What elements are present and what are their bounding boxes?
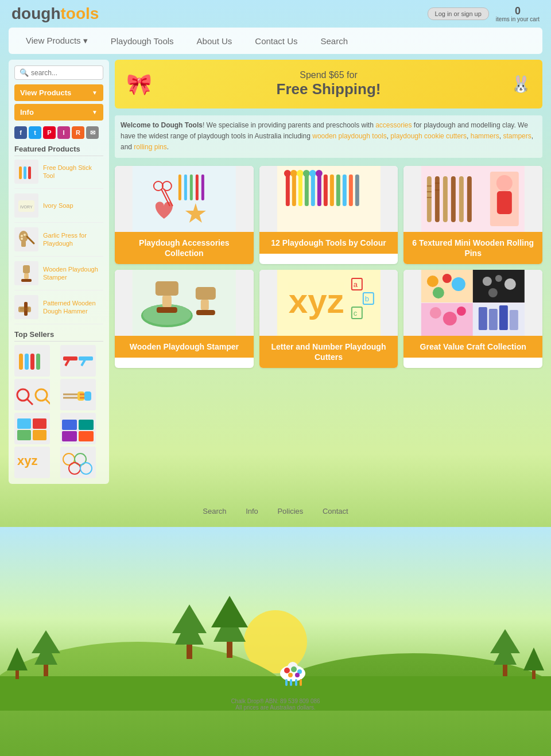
svg-point-114: [443, 274, 452, 283]
svg-point-158: [284, 668, 290, 673]
svg-rect-2: [28, 166, 31, 179]
featured-thumb-garlic-press: [14, 227, 38, 251]
svg-rect-94: [133, 270, 236, 336]
svg-rect-65: [311, 175, 315, 206]
product-card[interactable]: Playdough Accessories Collection: [115, 166, 254, 264]
svg-rect-57: [196, 175, 199, 200]
featured-thumb-patterned-hammer: [14, 295, 38, 319]
footer-contact-link[interactable]: Contact: [323, 507, 348, 515]
nav-search[interactable]: Search: [309, 28, 360, 54]
svg-rect-43: [79, 431, 94, 441]
product-image-accessories: [115, 166, 254, 232]
top-seller-item[interactable]: [60, 413, 96, 444]
footer-nav: Search Info Policies Contact: [0, 495, 551, 527]
top-seller-item[interactable]: [14, 345, 50, 377]
top-seller-item[interactable]: [60, 345, 96, 377]
featured-item[interactable]: Wooden Playdough Stamper: [14, 261, 103, 290]
product-card[interactable]: Great Value Craft Collection: [403, 270, 542, 368]
svg-text:b: b: [364, 294, 368, 303]
logo[interactable]: doughtools: [11, 5, 99, 23]
svg-point-123: [430, 307, 441, 319]
svg-rect-37: [17, 430, 31, 440]
hammers-link[interactable]: hammers: [471, 132, 499, 140]
svg-rect-6: [21, 241, 26, 247]
top-seller-item[interactable]: [60, 447, 96, 478]
featured-thumb-free-dough: [14, 160, 38, 184]
main-nav: View Products ▾ Playdough Tools About Us…: [9, 28, 542, 54]
twitter-icon[interactable]: t: [29, 126, 41, 139]
sidebar-view-products-btn[interactable]: View Products ▼: [14, 84, 103, 101]
wooden-tools-link[interactable]: wooden playdough tools: [312, 132, 386, 140]
svg-rect-155: [290, 679, 292, 686]
pinterest-icon[interactable]: P: [43, 126, 56, 139]
content-area: 🎀 Spend $65 for Free Shipping! 🐰 Welcome…: [115, 60, 542, 484]
stampers-link[interactable]: stampers: [503, 132, 531, 140]
nav-playdough-tools[interactable]: Playdough Tools: [99, 28, 185, 54]
email-icon[interactable]: ✉: [86, 126, 99, 139]
svg-rect-98: [162, 296, 172, 307]
footer-policies-link[interactable]: Policies: [277, 507, 303, 515]
product-card[interactable]: Wooden Playdough Stamper: [115, 270, 254, 368]
svg-point-81: [496, 175, 513, 191]
top-seller-item[interactable]: [14, 413, 50, 444]
svg-rect-56: [190, 175, 193, 200]
cart-area[interactable]: 0 items in your cart: [496, 6, 540, 22]
svg-rect-62: [292, 175, 296, 206]
nav-contact-us[interactable]: Contact Us: [243, 28, 309, 54]
cookie-cutters-link[interactable]: playdough cookie cutters: [390, 132, 467, 140]
login-button[interactable]: Log in or sign up: [428, 7, 489, 20]
nav-view-products[interactable]: View Products ▾: [14, 28, 99, 54]
featured-item[interactable]: Garlic Press for Playdough: [14, 227, 103, 257]
featured-item[interactable]: Free Dough Stick Tool: [14, 160, 103, 189]
product-card[interactable]: xyz a b c Letter and Number Playdough Cu…: [259, 270, 398, 368]
svg-point-9: [24, 234, 26, 236]
svg-rect-1: [24, 166, 26, 179]
featured-name-patterned-hammer: Patterned Wooden Dough Hammer: [43, 299, 103, 316]
featured-name-ivory-soap: Ivory Soap: [43, 201, 73, 210]
bow-decoration: 🎀: [126, 72, 152, 96]
svg-rect-117: [473, 270, 525, 303]
svg-rect-97: [156, 281, 179, 296]
svg-point-119: [495, 275, 502, 282]
svg-rect-143: [187, 645, 192, 659]
footer-search-link[interactable]: Search: [203, 507, 226, 515]
svg-rect-13: [21, 279, 32, 282]
svg-line-7: [27, 237, 34, 243]
top-sellers-grid: xyz: [14, 345, 103, 478]
svg-rect-99: [157, 307, 177, 313]
accessories-link[interactable]: accessories: [375, 121, 412, 129]
svg-line-27: [27, 399, 33, 405]
svg-text:IVORY: IVORY: [20, 205, 33, 209]
rolling-pins-link[interactable]: rolling pins: [134, 143, 166, 151]
svg-rect-39: [33, 430, 46, 440]
footer-info-link[interactable]: Info: [246, 507, 258, 515]
top-seller-item[interactable]: [14, 379, 50, 410]
featured-item[interactable]: IVORY Ivory Soap: [14, 193, 103, 223]
chevron-down-icon-2: ▼: [92, 109, 98, 115]
svg-point-124: [443, 312, 457, 325]
svg-rect-156: [295, 679, 297, 686]
svg-text:c: c: [353, 309, 357, 317]
featured-name-garlic-press: Garlic Press for Playdough: [43, 231, 103, 248]
nav-about-us[interactable]: About Us: [185, 28, 244, 54]
svg-point-120: [505, 278, 516, 290]
product-card[interactable]: 12 Playdough Tools by Colour: [259, 166, 398, 264]
search-box[interactable]: 🔍: [14, 65, 103, 80]
top-seller-item[interactable]: [60, 379, 96, 410]
svg-rect-21: [36, 354, 40, 370]
svg-rect-24: [79, 356, 93, 360]
instagram-icon[interactable]: I: [57, 126, 70, 139]
product-card[interactable]: 6 Textured Mini Wooden Rolling Pins: [403, 166, 542, 264]
featured-name-free-dough: Free Dough Stick Tool: [43, 164, 103, 180]
svg-rect-20: [30, 354, 34, 370]
svg-rect-149: [503, 665, 507, 676]
top-sellers-title: Top Sellers: [14, 330, 103, 342]
search-input[interactable]: [31, 69, 98, 77]
sidebar-info-btn[interactable]: Info ▼: [14, 104, 103, 121]
facebook-icon[interactable]: f: [14, 126, 27, 139]
svg-point-125: [457, 307, 466, 316]
rss-icon[interactable]: R: [72, 126, 84, 139]
featured-item[interactable]: Patterned Wooden Dough Hammer: [14, 295, 103, 324]
svg-rect-55: [184, 175, 187, 200]
top-seller-item[interactable]: xyz: [14, 447, 50, 478]
